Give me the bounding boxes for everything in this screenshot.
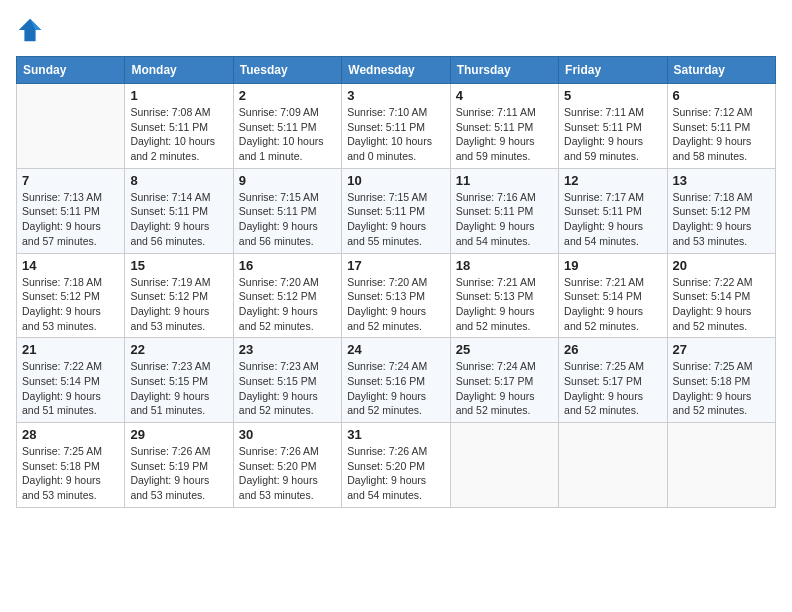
day-info: Sunrise: 7:20 AM Sunset: 5:13 PM Dayligh… [347,275,444,334]
day-info: Sunrise: 7:13 AM Sunset: 5:11 PM Dayligh… [22,190,119,249]
calendar-table: SundayMondayTuesdayWednesdayThursdayFrid… [16,56,776,508]
day-number: 24 [347,342,444,357]
calendar-cell: 8Sunrise: 7:14 AM Sunset: 5:11 PM Daylig… [125,168,233,253]
day-number: 8 [130,173,227,188]
day-info: Sunrise: 7:23 AM Sunset: 5:15 PM Dayligh… [130,359,227,418]
day-number: 6 [673,88,770,103]
day-info: Sunrise: 7:11 AM Sunset: 5:11 PM Dayligh… [564,105,661,164]
calendar-cell: 5Sunrise: 7:11 AM Sunset: 5:11 PM Daylig… [559,84,667,169]
calendar-cell: 24Sunrise: 7:24 AM Sunset: 5:16 PM Dayli… [342,338,450,423]
day-number: 1 [130,88,227,103]
day-info: Sunrise: 7:09 AM Sunset: 5:11 PM Dayligh… [239,105,336,164]
day-info: Sunrise: 7:24 AM Sunset: 5:16 PM Dayligh… [347,359,444,418]
day-info: Sunrise: 7:17 AM Sunset: 5:11 PM Dayligh… [564,190,661,249]
day-info: Sunrise: 7:18 AM Sunset: 5:12 PM Dayligh… [22,275,119,334]
day-number: 18 [456,258,553,273]
calendar-cell: 25Sunrise: 7:24 AM Sunset: 5:17 PM Dayli… [450,338,558,423]
week-row-4: 28Sunrise: 7:25 AM Sunset: 5:18 PM Dayli… [17,423,776,508]
calendar-cell: 1Sunrise: 7:08 AM Sunset: 5:11 PM Daylig… [125,84,233,169]
calendar-cell [667,423,775,508]
week-row-1: 7Sunrise: 7:13 AM Sunset: 5:11 PM Daylig… [17,168,776,253]
calendar-cell: 17Sunrise: 7:20 AM Sunset: 5:13 PM Dayli… [342,253,450,338]
week-row-0: 1Sunrise: 7:08 AM Sunset: 5:11 PM Daylig… [17,84,776,169]
day-number: 25 [456,342,553,357]
day-info: Sunrise: 7:20 AM Sunset: 5:12 PM Dayligh… [239,275,336,334]
calendar-cell: 14Sunrise: 7:18 AM Sunset: 5:12 PM Dayli… [17,253,125,338]
day-info: Sunrise: 7:25 AM Sunset: 5:18 PM Dayligh… [673,359,770,418]
day-info: Sunrise: 7:14 AM Sunset: 5:11 PM Dayligh… [130,190,227,249]
day-info: Sunrise: 7:22 AM Sunset: 5:14 PM Dayligh… [22,359,119,418]
calendar-cell [559,423,667,508]
col-header-sunday: Sunday [17,57,125,84]
col-header-wednesday: Wednesday [342,57,450,84]
day-info: Sunrise: 7:18 AM Sunset: 5:12 PM Dayligh… [673,190,770,249]
week-row-2: 14Sunrise: 7:18 AM Sunset: 5:12 PM Dayli… [17,253,776,338]
day-number: 4 [456,88,553,103]
calendar-cell: 12Sunrise: 7:17 AM Sunset: 5:11 PM Dayli… [559,168,667,253]
day-number: 16 [239,258,336,273]
calendar-cell: 26Sunrise: 7:25 AM Sunset: 5:17 PM Dayli… [559,338,667,423]
day-number: 7 [22,173,119,188]
day-info: Sunrise: 7:22 AM Sunset: 5:14 PM Dayligh… [673,275,770,334]
day-number: 2 [239,88,336,103]
calendar-cell: 28Sunrise: 7:25 AM Sunset: 5:18 PM Dayli… [17,423,125,508]
calendar-cell: 7Sunrise: 7:13 AM Sunset: 5:11 PM Daylig… [17,168,125,253]
day-info: Sunrise: 7:08 AM Sunset: 5:11 PM Dayligh… [130,105,227,164]
day-info: Sunrise: 7:12 AM Sunset: 5:11 PM Dayligh… [673,105,770,164]
day-number: 31 [347,427,444,442]
calendar-cell: 15Sunrise: 7:19 AM Sunset: 5:12 PM Dayli… [125,253,233,338]
week-row-3: 21Sunrise: 7:22 AM Sunset: 5:14 PM Dayli… [17,338,776,423]
day-number: 13 [673,173,770,188]
day-number: 11 [456,173,553,188]
day-number: 20 [673,258,770,273]
col-header-saturday: Saturday [667,57,775,84]
calendar-cell: 3Sunrise: 7:10 AM Sunset: 5:11 PM Daylig… [342,84,450,169]
calendar-cell [450,423,558,508]
day-number: 9 [239,173,336,188]
day-number: 21 [22,342,119,357]
day-info: Sunrise: 7:21 AM Sunset: 5:14 PM Dayligh… [564,275,661,334]
day-number: 23 [239,342,336,357]
calendar-cell: 9Sunrise: 7:15 AM Sunset: 5:11 PM Daylig… [233,168,341,253]
day-info: Sunrise: 7:26 AM Sunset: 5:20 PM Dayligh… [347,444,444,503]
calendar-cell: 6Sunrise: 7:12 AM Sunset: 5:11 PM Daylig… [667,84,775,169]
calendar-cell: 29Sunrise: 7:26 AM Sunset: 5:19 PM Dayli… [125,423,233,508]
day-info: Sunrise: 7:19 AM Sunset: 5:12 PM Dayligh… [130,275,227,334]
calendar-cell: 2Sunrise: 7:09 AM Sunset: 5:11 PM Daylig… [233,84,341,169]
calendar-cell: 16Sunrise: 7:20 AM Sunset: 5:12 PM Dayli… [233,253,341,338]
day-info: Sunrise: 7:16 AM Sunset: 5:11 PM Dayligh… [456,190,553,249]
calendar-cell: 18Sunrise: 7:21 AM Sunset: 5:13 PM Dayli… [450,253,558,338]
header [16,16,776,44]
day-number: 15 [130,258,227,273]
day-info: Sunrise: 7:10 AM Sunset: 5:11 PM Dayligh… [347,105,444,164]
day-info: Sunrise: 7:15 AM Sunset: 5:11 PM Dayligh… [347,190,444,249]
calendar-cell: 27Sunrise: 7:25 AM Sunset: 5:18 PM Dayli… [667,338,775,423]
col-header-thursday: Thursday [450,57,558,84]
logo-icon [16,16,44,44]
calendar-cell: 31Sunrise: 7:26 AM Sunset: 5:20 PM Dayli… [342,423,450,508]
day-number: 28 [22,427,119,442]
calendar-cell: 30Sunrise: 7:26 AM Sunset: 5:20 PM Dayli… [233,423,341,508]
day-number: 3 [347,88,444,103]
calendar-cell: 11Sunrise: 7:16 AM Sunset: 5:11 PM Dayli… [450,168,558,253]
day-info: Sunrise: 7:21 AM Sunset: 5:13 PM Dayligh… [456,275,553,334]
col-header-friday: Friday [559,57,667,84]
calendar-cell: 20Sunrise: 7:22 AM Sunset: 5:14 PM Dayli… [667,253,775,338]
calendar-cell: 4Sunrise: 7:11 AM Sunset: 5:11 PM Daylig… [450,84,558,169]
day-number: 29 [130,427,227,442]
day-info: Sunrise: 7:23 AM Sunset: 5:15 PM Dayligh… [239,359,336,418]
day-info: Sunrise: 7:24 AM Sunset: 5:17 PM Dayligh… [456,359,553,418]
calendar-cell: 22Sunrise: 7:23 AM Sunset: 5:15 PM Dayli… [125,338,233,423]
day-info: Sunrise: 7:26 AM Sunset: 5:20 PM Dayligh… [239,444,336,503]
calendar-cell: 19Sunrise: 7:21 AM Sunset: 5:14 PM Dayli… [559,253,667,338]
day-number: 22 [130,342,227,357]
day-number: 12 [564,173,661,188]
col-header-monday: Monday [125,57,233,84]
day-number: 5 [564,88,661,103]
day-info: Sunrise: 7:25 AM Sunset: 5:18 PM Dayligh… [22,444,119,503]
header-row: SundayMondayTuesdayWednesdayThursdayFrid… [17,57,776,84]
day-info: Sunrise: 7:26 AM Sunset: 5:19 PM Dayligh… [130,444,227,503]
calendar-cell: 23Sunrise: 7:23 AM Sunset: 5:15 PM Dayli… [233,338,341,423]
calendar-cell: 21Sunrise: 7:22 AM Sunset: 5:14 PM Dayli… [17,338,125,423]
day-info: Sunrise: 7:25 AM Sunset: 5:17 PM Dayligh… [564,359,661,418]
